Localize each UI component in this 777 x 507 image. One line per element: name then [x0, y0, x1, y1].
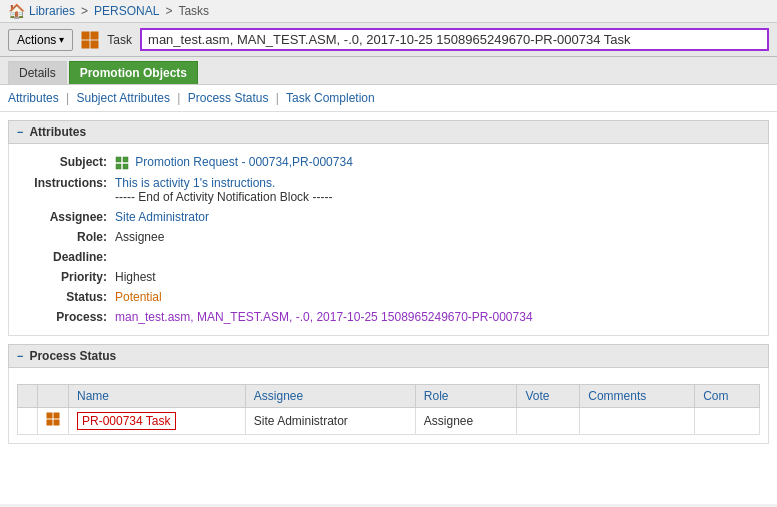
svg-rect-9: [54, 413, 59, 418]
row-com-cell: [695, 407, 760, 434]
row-grid-icon: [46, 412, 60, 426]
attr-label-status: Status:: [25, 290, 115, 304]
th-role: Role: [415, 384, 517, 407]
subtab-process-status[interactable]: Process Status: [188, 91, 269, 105]
attr-label-subject: Subject:: [25, 155, 115, 169]
attr-row-subject: Subject: Promotion Request - 000734,PR-0…: [25, 152, 752, 173]
subtab-task-completion[interactable]: Task Completion: [286, 91, 375, 105]
attr-row-role: Role: Assignee: [25, 227, 752, 247]
svg-rect-8: [47, 413, 52, 418]
action-bar: Actions ▾ Task man_test.asm, MAN_TEST.AS…: [0, 23, 777, 57]
attr-label-process: Process:: [25, 310, 115, 324]
home-icon: 🏠: [8, 3, 25, 19]
attributes-section: − Attributes Subject: Promotion Request …: [0, 112, 777, 344]
process-status-title: Process Status: [29, 349, 116, 363]
breadcrumb-libraries[interactable]: Libraries: [29, 4, 75, 18]
attr-row-deadline: Deadline:: [25, 247, 752, 267]
subject-icon: [115, 156, 129, 170]
attr-value-assignee: Site Administrator: [115, 210, 752, 224]
svg-rect-11: [54, 420, 59, 425]
row-vote-cell: [517, 407, 580, 434]
row-icon-cell: [38, 407, 69, 434]
attr-label-priority: Priority:: [25, 270, 115, 284]
svg-rect-3: [91, 41, 98, 48]
collapse-icon[interactable]: −: [17, 126, 23, 138]
th-assignee: Assignee: [245, 384, 415, 407]
attr-label-deadline: Deadline:: [25, 250, 115, 264]
process-status-header: − Process Status: [8, 344, 769, 368]
tabs-bar: Details Promotion Objects: [0, 57, 777, 85]
attr-value-role: Assignee: [115, 230, 752, 244]
row-assignee-cell: Site Administrator: [245, 407, 415, 434]
th-comments: Comments: [580, 384, 695, 407]
dropdown-arrow-icon: ▾: [59, 34, 64, 45]
breadcrumb-tasks: Tasks: [178, 4, 209, 18]
table-header-row: Name Assignee Role Vote Comments Com: [18, 384, 760, 407]
svg-rect-7: [123, 164, 128, 169]
th-vote: Vote: [517, 384, 580, 407]
task-name-badge[interactable]: PR-000734 Task: [77, 412, 176, 430]
attr-value-status: Potential: [115, 290, 752, 304]
tab-details[interactable]: Details: [8, 61, 67, 84]
attr-label-role: Role:: [25, 230, 115, 244]
process-status-section: − Process Status Name Assignee Role Vote…: [0, 344, 777, 452]
svg-rect-1: [91, 32, 98, 39]
task-title-box: man_test.asm, MAN_TEST.ASM, -.0, 2017-10…: [140, 28, 769, 51]
svg-rect-5: [123, 157, 128, 162]
attr-label-instructions: Instructions:: [25, 176, 115, 190]
sub-tabs: Attributes | Subject Attributes | Proces…: [0, 85, 777, 112]
instructions-line2: ----- End of Activity Notification Block…: [115, 190, 332, 204]
svg-rect-4: [116, 157, 121, 162]
task-keyword: Task: [107, 33, 132, 47]
subject-link[interactable]: Promotion Request - 000734,PR-000734: [135, 155, 352, 169]
row-name-cell: PR-000734 Task: [69, 407, 246, 434]
svg-rect-0: [82, 32, 89, 39]
actions-label: Actions: [17, 33, 56, 47]
attr-value-instructions: This is activity 1's instructions. -----…: [115, 176, 752, 204]
attributes-title: Attributes: [29, 125, 86, 139]
attr-label-assignee: Assignee:: [25, 210, 115, 224]
process-collapse-icon[interactable]: −: [17, 350, 23, 362]
attr-row-instructions: Instructions: This is activity 1's instr…: [25, 173, 752, 207]
breadcrumb-personal[interactable]: PERSONAL: [94, 4, 159, 18]
tab-promotion-objects[interactable]: Promotion Objects: [69, 61, 198, 84]
row-comments-cell: [580, 407, 695, 434]
attr-row-priority: Priority: Highest: [25, 267, 752, 287]
instructions-line1: This is activity 1's instructions.: [115, 176, 275, 190]
attr-row-status: Status: Potential: [25, 287, 752, 307]
subtab-subject-attributes[interactable]: Subject Attributes: [77, 91, 170, 105]
process-link[interactable]: man_test.asm, MAN_TEST.ASM, -.0, 2017-10…: [115, 310, 533, 324]
breadcrumb: 🏠 Libraries > PERSONAL > Tasks: [0, 0, 777, 23]
process-status-table: Name Assignee Role Vote Comments Com: [17, 384, 760, 435]
svg-rect-10: [47, 420, 52, 425]
actions-button[interactable]: Actions ▾: [8, 29, 73, 51]
th-name: Name: [69, 384, 246, 407]
th-empty1: [18, 384, 38, 407]
attr-value-subject: Promotion Request - 000734,PR-000734: [115, 155, 752, 170]
row-empty1: [18, 407, 38, 434]
svg-rect-2: [82, 41, 89, 48]
attr-row-process: Process: man_test.asm, MAN_TEST.ASM, -.0…: [25, 307, 752, 327]
grid-icon: [81, 31, 99, 49]
svg-rect-6: [116, 164, 121, 169]
th-empty2: [38, 384, 69, 407]
table-row: PR-000734 Task Site Administrator Assign…: [18, 407, 760, 434]
content-area: − Attributes Subject: Promotion Request …: [0, 112, 777, 504]
row-role-cell: Assignee: [415, 407, 517, 434]
attr-value-priority: Highest: [115, 270, 752, 284]
process-status-content: Name Assignee Role Vote Comments Com: [8, 368, 769, 444]
attributes-content: Subject: Promotion Request - 000734,PR-0…: [8, 144, 769, 336]
attr-value-process: man_test.asm, MAN_TEST.ASM, -.0, 2017-10…: [115, 310, 752, 324]
subtab-attributes[interactable]: Attributes: [8, 91, 59, 105]
attr-row-assignee: Assignee: Site Administrator: [25, 207, 752, 227]
attributes-section-header: − Attributes: [8, 120, 769, 144]
task-title: man_test.asm, MAN_TEST.ASM, -.0, 2017-10…: [148, 32, 630, 47]
th-com: Com: [695, 384, 760, 407]
